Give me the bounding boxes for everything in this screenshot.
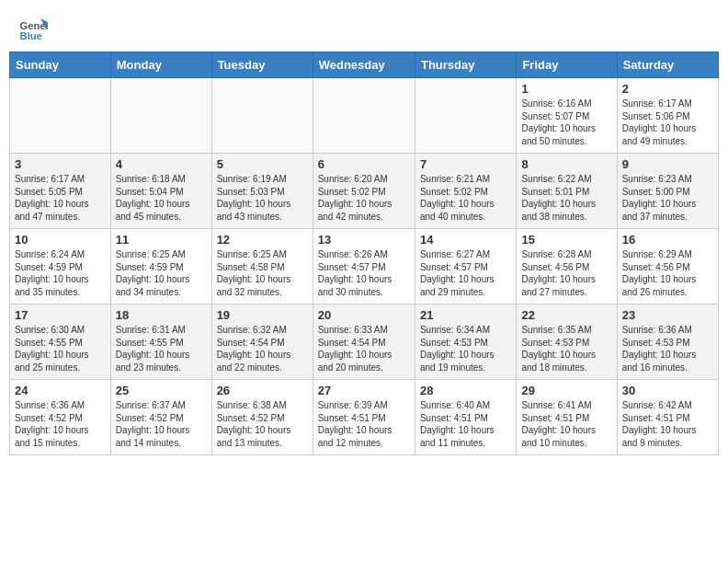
calendar-cell: 3Sunrise: 6:17 AM Sunset: 5:05 PM Daylig… [10,154,111,229]
logo: General Blue [18,15,51,44]
calendar-cell: 29Sunrise: 6:41 AM Sunset: 4:51 PM Dayli… [517,380,617,455]
calendar-cell: 14Sunrise: 6:27 AM Sunset: 4:57 PM Dayli… [415,229,516,304]
day-number: 16 [622,233,713,247]
day-number: 15 [521,233,611,247]
day-number: 27 [318,384,410,397]
weekday-header: Friday [517,52,617,78]
calendar-cell: 11Sunrise: 6:25 AM Sunset: 4:59 PM Dayli… [110,229,211,304]
weekday-header: Sunday [10,52,111,78]
day-info: Sunrise: 6:41 AM Sunset: 4:51 PM Dayligh… [521,399,611,449]
day-info: Sunrise: 6:24 AM Sunset: 4:59 PM Dayligh… [15,248,106,298]
weekday-header: Monday [110,52,211,78]
day-info: Sunrise: 6:40 AM Sunset: 4:51 PM Dayligh… [420,399,511,449]
day-number: 24 [15,384,106,397]
day-number: 14 [420,233,511,247]
day-number: 1 [521,82,611,96]
calendar-cell: 30Sunrise: 6:42 AM Sunset: 4:51 PM Dayli… [617,380,718,455]
day-number: 6 [318,157,410,171]
calendar-cell [211,78,313,154]
calendar-week-row: 10Sunrise: 6:24 AM Sunset: 4:59 PM Dayli… [10,229,719,304]
calendar-cell [415,78,516,154]
day-info: Sunrise: 6:36 AM Sunset: 4:52 PM Dayligh… [15,399,106,449]
day-info: Sunrise: 6:42 AM Sunset: 4:51 PM Dayligh… [622,399,713,449]
calendar-cell: 8Sunrise: 6:22 AM Sunset: 5:01 PM Daylig… [517,154,617,229]
calendar-cell [110,78,211,154]
day-info: Sunrise: 6:36 AM Sunset: 4:53 PM Dayligh… [622,324,713,373]
day-number: 25 [116,384,207,397]
calendar-cell: 19Sunrise: 6:32 AM Sunset: 4:54 PM Dayli… [211,304,313,380]
calendar-wrapper: SundayMondayTuesdayWednesdayThursdayFrid… [0,52,728,465]
calendar-cell: 24Sunrise: 6:36 AM Sunset: 4:52 PM Dayli… [10,380,111,455]
day-number: 9 [622,157,713,171]
day-info: Sunrise: 6:34 AM Sunset: 4:53 PM Dayligh… [420,324,511,373]
logo-icon: General Blue [18,15,48,44]
calendar-week-row: 3Sunrise: 6:17 AM Sunset: 5:05 PM Daylig… [10,154,719,229]
day-info: Sunrise: 6:23 AM Sunset: 5:00 PM Dayligh… [622,173,713,223]
calendar-cell: 7Sunrise: 6:21 AM Sunset: 5:02 PM Daylig… [415,154,516,229]
day-info: Sunrise: 6:22 AM Sunset: 5:01 PM Dayligh… [521,173,611,223]
calendar-cell: 2Sunrise: 6:17 AM Sunset: 5:06 PM Daylig… [617,78,718,154]
day-number: 7 [420,157,511,171]
day-info: Sunrise: 6:27 AM Sunset: 4:57 PM Dayligh… [420,248,511,298]
day-number: 5 [217,157,308,171]
day-number: 20 [318,308,410,322]
calendar-cell: 18Sunrise: 6:31 AM Sunset: 4:55 PM Dayli… [110,304,211,380]
day-info: Sunrise: 6:17 AM Sunset: 5:05 PM Dayligh… [15,173,106,223]
calendar-cell: 28Sunrise: 6:40 AM Sunset: 4:51 PM Dayli… [415,380,516,455]
day-number: 12 [217,233,308,247]
day-number: 17 [15,308,106,322]
page-header: General Blue [0,0,728,52]
day-info: Sunrise: 6:20 AM Sunset: 5:02 PM Dayligh… [318,173,410,223]
day-info: Sunrise: 6:21 AM Sunset: 5:02 PM Dayligh… [420,173,511,223]
day-info: Sunrise: 6:25 AM Sunset: 4:59 PM Dayligh… [116,248,207,298]
day-number: 19 [217,308,308,322]
calendar-cell: 12Sunrise: 6:25 AM Sunset: 4:58 PM Dayli… [211,229,313,304]
day-info: Sunrise: 6:16 AM Sunset: 5:07 PM Dayligh… [521,98,611,147]
calendar-cell: 16Sunrise: 6:29 AM Sunset: 4:56 PM Dayli… [617,229,718,304]
day-number: 3 [15,157,106,171]
calendar-cell: 27Sunrise: 6:39 AM Sunset: 4:51 PM Dayli… [313,380,415,455]
calendar-table: SundayMondayTuesdayWednesdayThursdayFrid… [9,52,719,455]
day-number: 10 [15,233,106,247]
calendar-cell: 5Sunrise: 6:19 AM Sunset: 5:03 PM Daylig… [211,154,313,229]
day-number: 4 [116,157,207,171]
day-info: Sunrise: 6:30 AM Sunset: 4:55 PM Dayligh… [15,324,106,373]
calendar-week-row: 1Sunrise: 6:16 AM Sunset: 5:07 PM Daylig… [10,78,719,154]
calendar-cell: 17Sunrise: 6:30 AM Sunset: 4:55 PM Dayli… [10,304,111,380]
day-info: Sunrise: 6:28 AM Sunset: 4:56 PM Dayligh… [521,248,611,298]
day-number: 30 [622,384,713,397]
calendar-week-row: 17Sunrise: 6:30 AM Sunset: 4:55 PM Dayli… [10,304,719,380]
calendar-week-row: 24Sunrise: 6:36 AM Sunset: 4:52 PM Dayli… [10,380,719,455]
day-info: Sunrise: 6:19 AM Sunset: 5:03 PM Dayligh… [217,173,308,223]
day-info: Sunrise: 6:29 AM Sunset: 4:56 PM Dayligh… [622,248,713,298]
calendar-cell: 21Sunrise: 6:34 AM Sunset: 4:53 PM Dayli… [415,304,516,380]
calendar-header-row: SundayMondayTuesdayWednesdayThursdayFrid… [10,52,719,78]
calendar-cell: 9Sunrise: 6:23 AM Sunset: 5:00 PM Daylig… [617,154,718,229]
day-number: 13 [318,233,410,247]
day-number: 22 [521,308,611,322]
day-number: 23 [622,308,713,322]
calendar-cell: 26Sunrise: 6:38 AM Sunset: 4:52 PM Dayli… [211,380,313,455]
day-number: 8 [521,157,611,171]
day-info: Sunrise: 6:25 AM Sunset: 4:58 PM Dayligh… [217,248,308,298]
day-info: Sunrise: 6:26 AM Sunset: 4:57 PM Dayligh… [318,248,410,298]
weekday-header: Thursday [415,52,516,78]
day-number: 2 [622,82,713,96]
calendar-cell [313,78,415,154]
day-number: 26 [217,384,308,397]
day-number: 29 [521,384,611,397]
weekday-header: Saturday [617,52,718,78]
day-info: Sunrise: 6:39 AM Sunset: 4:51 PM Dayligh… [318,399,410,449]
calendar-cell [10,78,111,154]
day-info: Sunrise: 6:38 AM Sunset: 4:52 PM Dayligh… [217,399,308,449]
calendar-cell: 20Sunrise: 6:33 AM Sunset: 4:54 PM Dayli… [313,304,415,380]
day-info: Sunrise: 6:37 AM Sunset: 4:52 PM Dayligh… [116,399,207,449]
calendar-cell: 13Sunrise: 6:26 AM Sunset: 4:57 PM Dayli… [313,229,415,304]
calendar-cell: 1Sunrise: 6:16 AM Sunset: 5:07 PM Daylig… [517,78,617,154]
calendar-cell: 23Sunrise: 6:36 AM Sunset: 4:53 PM Dayli… [617,304,718,380]
calendar-cell: 25Sunrise: 6:37 AM Sunset: 4:52 PM Dayli… [110,380,211,455]
calendar-cell: 6Sunrise: 6:20 AM Sunset: 5:02 PM Daylig… [313,154,415,229]
day-info: Sunrise: 6:18 AM Sunset: 5:04 PM Dayligh… [116,173,207,223]
day-number: 11 [116,233,207,247]
day-number: 21 [420,308,511,322]
